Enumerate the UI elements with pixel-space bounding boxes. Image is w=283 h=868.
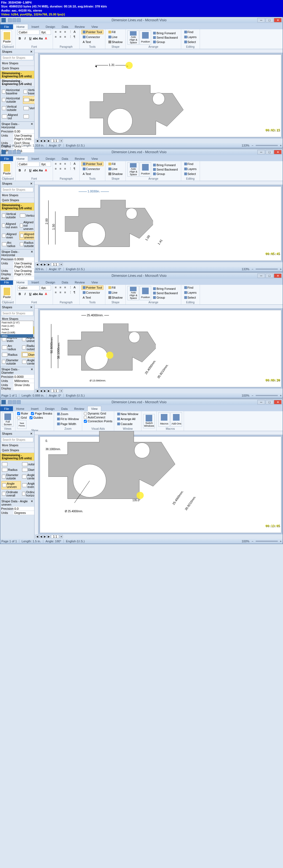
font-name-combo[interactable] [18, 30, 39, 35]
quick-shapes[interactable]: Quick Shapes [0, 66, 34, 71]
shape-item[interactable]: Angle uneven [1, 481, 21, 489]
underline-button[interactable]: U [28, 36, 33, 41]
dynamic-grid-checkbox[interactable]: Dynamic Grid [84, 412, 106, 415]
font-size-combo[interactable] [40, 30, 51, 35]
more-shapes[interactable]: More Shapes [0, 61, 34, 66]
zoom-level[interactable]: 133% [242, 144, 249, 147]
data-row[interactable]: UnitsUse Drawing Page's Units [0, 133, 34, 141]
view-tab[interactable]: View [88, 24, 101, 29]
zoom-button[interactable]: Zoom [56, 412, 69, 416]
data-row[interactable]: Angle [0, 276, 34, 280]
data-row[interactable]: Precision0.00 [0, 129, 34, 133]
review-tab[interactable]: Review [71, 24, 88, 29]
grid-checkbox[interactable]: Grid [17, 416, 27, 419]
font-color[interactable]: A [43, 36, 49, 41]
quick-access-toolbar[interactable] [8, 18, 21, 22]
shape-item[interactable]: Vertical outside [1, 104, 22, 112]
indent-icon[interactable]: A [73, 30, 78, 34]
bold-button[interactable]: B [18, 36, 22, 41]
shape-item[interactable]: Horizontal baseline [1, 88, 22, 95]
zoom-slider[interactable] [256, 145, 278, 146]
guides-checkbox[interactable]: Guides [30, 416, 43, 419]
shape-item[interactable]: Radius [1, 467, 21, 472]
data-row[interactable]: Units DisplayShow Units [0, 383, 34, 391]
home-tab[interactable]: Home [13, 24, 28, 29]
autoconnect-checkbox[interactable]: AutoConnect [84, 416, 105, 419]
data-row[interactable]: UnitsDegrees [0, 511, 34, 515]
shapes-search[interactable]: Search for Shapes [1, 56, 33, 60]
line-button[interactable]: Line [107, 35, 119, 39]
shape-label: Shape [107, 45, 124, 48]
shape-item[interactable]: Ordinate overall [1, 490, 21, 498]
fill-button[interactable]: Fill [107, 30, 117, 34]
paste-button[interactable]: Paste [2, 30, 12, 45]
group-button[interactable]: Group [152, 40, 179, 44]
svg-point-1 [153, 93, 165, 105]
shape-item[interactable]: Radius [1, 352, 21, 358]
text-tool-button[interactable]: A Text [82, 40, 92, 44]
stencil-header[interactable]: Dimensioning - Engineering (US units) [0, 71, 34, 79]
align-center-icon[interactable]: ≡ [59, 30, 64, 34]
align-left-icon[interactable]: ≡ [55, 30, 59, 34]
shape-item[interactable]: Arc radius [1, 240, 19, 248]
shape-item[interactable]: Aligned out [1, 113, 22, 120]
pagebreaks-checkbox[interactable]: Page Breaks [31, 412, 52, 415]
data-row[interactable]: Precision0.0 [0, 507, 34, 511]
close-button[interactable]: ✕ [274, 18, 282, 22]
data-row[interactable]: UnitsMillimeters [0, 379, 34, 383]
shape-item[interactable]: Aligned out even [1, 220, 19, 231]
data-row[interactable]: Units DisplayUse Drawing Page's Units [0, 269, 34, 276]
shape-item[interactable]: Vertical outside [1, 212, 19, 219]
connection-points-checkbox[interactable]: Connection Points [84, 420, 112, 423]
data-row[interactable]: Precision0.0000 [0, 257, 34, 261]
data-row[interactable]: Precision0.0000 [0, 375, 34, 379]
connector-tool-button[interactable]: Connector [82, 35, 101, 39]
font-size-up[interactable]: Aa [38, 36, 43, 41]
shape-item[interactable]: Diameter outside [1, 473, 21, 480]
macros-button[interactable]: Macros [158, 412, 170, 427]
select-button[interactable]: Select [183, 40, 197, 44]
shapes-close-icon[interactable]: ✕ [30, 50, 33, 54]
file-tab[interactable]: File [0, 24, 13, 29]
strike-button[interactable]: abc [33, 36, 38, 41]
fit-window-button[interactable]: Fit to Window [56, 417, 80, 421]
sheet-tab[interactable]: 1:1 [51, 139, 59, 143]
bring-forward-button[interactable]: Bring Forward [152, 31, 179, 35]
italic-button[interactable]: I [23, 36, 28, 41]
cascade-button[interactable]: Cascade [116, 422, 134, 426]
dimension-text: 1.31 [108, 63, 115, 66]
align-right-icon[interactable]: ≡ [64, 30, 68, 34]
maximize-button[interactable]: □ [265, 18, 273, 22]
find-button[interactable]: Find [183, 30, 195, 34]
position-button[interactable]: Position [139, 30, 151, 45]
new-window-button[interactable]: New Window [116, 412, 139, 416]
ruler-checkbox[interactable]: Ruler [17, 412, 28, 415]
insert-tab[interactable]: Insert [28, 24, 42, 29]
addons-button[interactable]: Add-Ons [170, 412, 182, 427]
shape-item[interactable]: Diameter outside [1, 358, 21, 366]
data-row[interactable]: UnitsUse Drawing Page's Units [0, 261, 34, 269]
full-screen-button[interactable]: Full Screen [2, 412, 13, 427]
shape-item[interactable]: Arc radius [1, 344, 21, 351]
autoalign-button[interactable]: Auto Align & Space [127, 30, 139, 45]
svg-point-4 [85, 346, 108, 370]
page-status: Page 1 of 1 [1, 144, 17, 147]
shape-item[interactable] [1, 462, 21, 467]
task-panes-button[interactable]: Task Panes [17, 420, 27, 429]
minimize-button[interactable]: ─ [257, 18, 265, 22]
drawing-canvas[interactable]: ◄1.31► 00:03:15 [40, 55, 281, 137]
arrange-all-button[interactable]: Arrange All [116, 417, 137, 421]
bullets-icon[interactable]: ⋮ [69, 30, 73, 34]
shapes-header: Shapes [2, 50, 12, 54]
pointer-tool-button[interactable]: Pointer Tool [82, 30, 103, 34]
shape-item[interactable]: Aligned even [1, 231, 19, 240]
send-backward-button[interactable]: Send Backward [152, 35, 179, 40]
data-tab[interactable]: Data [59, 24, 71, 29]
shadow-button[interactable]: Shadow [107, 40, 124, 44]
shape-item[interactable]: Horizontal outside [1, 96, 22, 104]
layers-button[interactable]: Layers [183, 35, 198, 39]
switch-windows-button[interactable]: Switch Windows [143, 414, 155, 428]
timestamp: 00:03:15 [265, 128, 280, 132]
design-tab[interactable]: Design [42, 24, 59, 29]
page-width-button[interactable]: Page Width [56, 422, 77, 426]
